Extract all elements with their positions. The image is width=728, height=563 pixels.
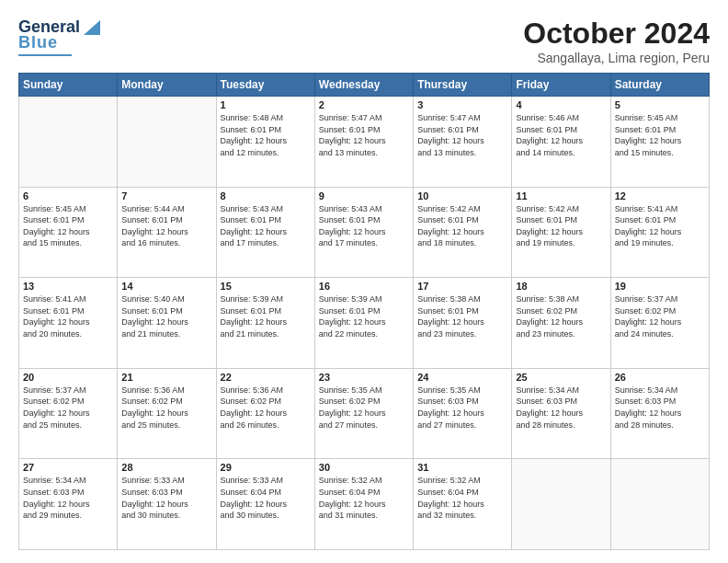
day-info: Sunrise: 5:32 AM Sunset: 6:04 PM Dayligh… (319, 475, 409, 521)
day-number: 4 (516, 99, 606, 110)
day-number: 5 (615, 99, 705, 110)
calendar-cell-1-2 (118, 97, 216, 188)
day-number: 23 (319, 372, 409, 383)
calendar-cell-1-1 (19, 97, 118, 188)
day-number: 25 (516, 372, 606, 383)
day-number: 2 (319, 99, 409, 110)
calendar-cell-1-7: 5Sunrise: 5:45 AM Sunset: 6:01 PM Daylig… (610, 97, 709, 188)
day-number: 19 (615, 281, 705, 292)
calendar-cell-3-1: 13Sunrise: 5:41 AM Sunset: 6:01 PM Dayli… (19, 278, 118, 369)
day-info: Sunrise: 5:47 AM Sunset: 6:01 PM Dayligh… (417, 112, 507, 158)
calendar-cell-3-5: 17Sunrise: 5:38 AM Sunset: 6:01 PM Dayli… (414, 278, 512, 369)
day-number: 27 (23, 462, 113, 473)
day-info: Sunrise: 5:48 AM Sunset: 6:01 PM Dayligh… (221, 112, 311, 158)
title-area: October 2024 Sangallaya, Lima region, Pe… (523, 17, 710, 65)
calendar-cell-1-5: 3Sunrise: 5:47 AM Sunset: 6:01 PM Daylig… (414, 97, 512, 188)
day-number: 20 (23, 372, 113, 383)
day-number: 1 (221, 99, 311, 110)
day-number: 30 (319, 462, 409, 473)
calendar-cell-3-2: 14Sunrise: 5:40 AM Sunset: 6:01 PM Dayli… (118, 278, 216, 369)
day-number: 26 (615, 372, 705, 383)
calendar-cell-3-3: 15Sunrise: 5:39 AM Sunset: 6:01 PM Dayli… (216, 278, 314, 369)
calendar-table: SundayMondayTuesdayWednesdayThursdayFrid… (18, 73, 710, 550)
day-info: Sunrise: 5:32 AM Sunset: 6:04 PM Dayligh… (417, 475, 507, 521)
calendar-header-row: SundayMondayTuesdayWednesdayThursdayFrid… (19, 74, 710, 97)
day-info: Sunrise: 5:37 AM Sunset: 6:02 PM Dayligh… (23, 385, 113, 431)
logo-underline (18, 54, 72, 56)
day-info: Sunrise: 5:41 AM Sunset: 6:01 PM Dayligh… (23, 293, 113, 339)
day-info: Sunrise: 5:43 AM Sunset: 6:01 PM Dayligh… (319, 203, 409, 249)
day-info: Sunrise: 5:34 AM Sunset: 6:03 PM Dayligh… (516, 385, 606, 431)
main-title: October 2024 (523, 17, 710, 51)
calendar-cell-5-2: 28Sunrise: 5:33 AM Sunset: 6:03 PM Dayli… (118, 459, 216, 550)
calendar-cell-4-5: 24Sunrise: 5:35 AM Sunset: 6:03 PM Dayli… (414, 368, 512, 459)
calendar-cell-3-7: 19Sunrise: 5:37 AM Sunset: 6:02 PM Dayli… (610, 278, 709, 369)
calendar-week-4: 20Sunrise: 5:37 AM Sunset: 6:02 PM Dayli… (19, 368, 710, 459)
calendar-header-monday: Monday (118, 74, 216, 97)
day-number: 22 (221, 372, 311, 383)
calendar-cell-5-4: 30Sunrise: 5:32 AM Sunset: 6:04 PM Dayli… (314, 459, 413, 550)
page: General Blue October 2024 Sangallaya, Li… (0, 0, 728, 563)
calendar-cell-2-3: 8Sunrise: 5:43 AM Sunset: 6:01 PM Daylig… (216, 187, 314, 278)
calendar-header-thursday: Thursday (414, 74, 512, 97)
day-number: 8 (221, 190, 311, 201)
calendar-cell-4-2: 21Sunrise: 5:36 AM Sunset: 6:02 PM Dayli… (118, 368, 216, 459)
calendar-cell-1-3: 1Sunrise: 5:48 AM Sunset: 6:01 PM Daylig… (216, 97, 314, 188)
day-info: Sunrise: 5:39 AM Sunset: 6:01 PM Dayligh… (221, 293, 311, 339)
day-info: Sunrise: 5:42 AM Sunset: 6:01 PM Dayligh… (417, 203, 507, 249)
day-info: Sunrise: 5:34 AM Sunset: 6:03 PM Dayligh… (615, 385, 705, 431)
day-number: 14 (121, 281, 211, 292)
calendar-cell-2-5: 10Sunrise: 5:42 AM Sunset: 6:01 PM Dayli… (414, 187, 512, 278)
day-number: 17 (417, 281, 507, 292)
logo-blue: Blue (18, 33, 58, 52)
logo: General Blue (18, 17, 102, 56)
calendar-cell-5-7 (610, 459, 709, 550)
day-info: Sunrise: 5:36 AM Sunset: 6:02 PM Dayligh… (121, 385, 211, 431)
calendar-header-tuesday: Tuesday (216, 74, 314, 97)
day-number: 29 (221, 462, 311, 473)
day-info: Sunrise: 5:45 AM Sunset: 6:01 PM Dayligh… (615, 112, 705, 158)
calendar-week-5: 27Sunrise: 5:34 AM Sunset: 6:03 PM Dayli… (19, 459, 710, 550)
day-number: 16 (319, 281, 409, 292)
day-info: Sunrise: 5:45 AM Sunset: 6:01 PM Dayligh… (23, 203, 113, 249)
day-info: Sunrise: 5:35 AM Sunset: 6:03 PM Dayligh… (417, 385, 507, 431)
day-info: Sunrise: 5:41 AM Sunset: 6:01 PM Dayligh… (615, 203, 705, 249)
day-number: 31 (417, 462, 507, 473)
logo-icon (82, 17, 102, 37)
calendar-header-sunday: Sunday (19, 74, 118, 97)
calendar-cell-1-6: 4Sunrise: 5:46 AM Sunset: 6:01 PM Daylig… (512, 97, 610, 188)
calendar-cell-4-1: 20Sunrise: 5:37 AM Sunset: 6:02 PM Dayli… (19, 368, 118, 459)
calendar-cell-4-3: 22Sunrise: 5:36 AM Sunset: 6:02 PM Dayli… (216, 368, 314, 459)
calendar-cell-4-6: 25Sunrise: 5:34 AM Sunset: 6:03 PM Dayli… (512, 368, 610, 459)
day-number: 15 (221, 281, 311, 292)
day-info: Sunrise: 5:40 AM Sunset: 6:01 PM Dayligh… (121, 293, 211, 339)
day-number: 11 (516, 190, 606, 201)
day-info: Sunrise: 5:33 AM Sunset: 6:03 PM Dayligh… (121, 475, 211, 521)
day-number: 18 (516, 281, 606, 292)
day-info: Sunrise: 5:39 AM Sunset: 6:01 PM Dayligh… (319, 293, 409, 339)
calendar-cell-3-6: 18Sunrise: 5:38 AM Sunset: 6:02 PM Dayli… (512, 278, 610, 369)
header: General Blue October 2024 Sangallaya, Li… (18, 17, 710, 65)
calendar-week-1: 1Sunrise: 5:48 AM Sunset: 6:01 PM Daylig… (19, 97, 710, 188)
calendar-cell-1-4: 2Sunrise: 5:47 AM Sunset: 6:01 PM Daylig… (314, 97, 413, 188)
day-number: 10 (417, 190, 507, 201)
calendar-cell-4-7: 26Sunrise: 5:34 AM Sunset: 6:03 PM Dayli… (610, 368, 709, 459)
day-info: Sunrise: 5:46 AM Sunset: 6:01 PM Dayligh… (516, 112, 606, 158)
day-number: 6 (23, 190, 113, 201)
calendar-week-2: 6Sunrise: 5:45 AM Sunset: 6:01 PM Daylig… (19, 187, 710, 278)
day-number: 21 (121, 372, 211, 383)
day-number: 12 (615, 190, 705, 201)
calendar-cell-5-1: 27Sunrise: 5:34 AM Sunset: 6:03 PM Dayli… (19, 459, 118, 550)
day-number: 7 (121, 190, 211, 201)
calendar-header-saturday: Saturday (610, 74, 709, 97)
calendar-week-3: 13Sunrise: 5:41 AM Sunset: 6:01 PM Dayli… (19, 278, 710, 369)
calendar-cell-4-4: 23Sunrise: 5:35 AM Sunset: 6:02 PM Dayli… (314, 368, 413, 459)
calendar-header-friday: Friday (512, 74, 610, 97)
day-info: Sunrise: 5:36 AM Sunset: 6:02 PM Dayligh… (221, 385, 311, 431)
day-number: 13 (23, 281, 113, 292)
day-info: Sunrise: 5:33 AM Sunset: 6:04 PM Dayligh… (221, 475, 311, 521)
day-info: Sunrise: 5:34 AM Sunset: 6:03 PM Dayligh… (23, 475, 113, 521)
day-info: Sunrise: 5:42 AM Sunset: 6:01 PM Dayligh… (516, 203, 606, 249)
day-number: 24 (417, 372, 507, 383)
calendar-cell-5-3: 29Sunrise: 5:33 AM Sunset: 6:04 PM Dayli… (216, 459, 314, 550)
